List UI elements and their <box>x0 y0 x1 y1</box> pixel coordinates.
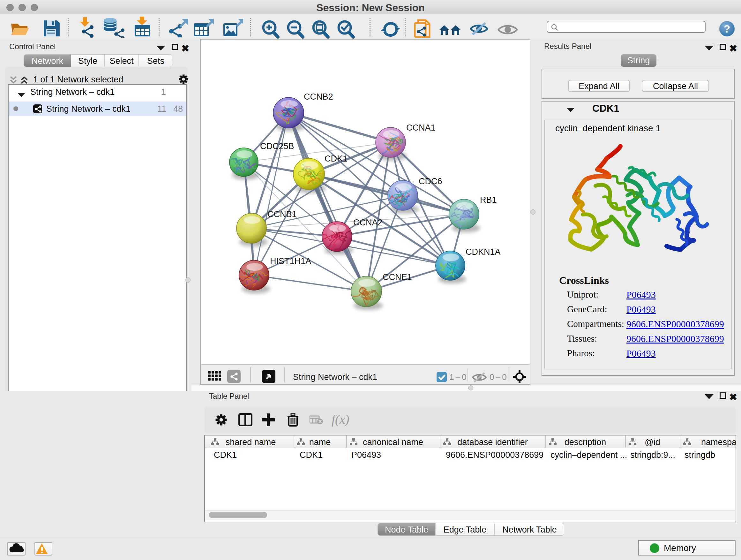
svg-text:CCNA1: CCNA1 <box>406 123 435 132</box>
svg-text:CCNB1: CCNB1 <box>267 209 297 219</box>
svg-text:CDKN1A: CDKN1A <box>466 247 501 257</box>
svg-text:CDC6: CDC6 <box>419 177 442 186</box>
svg-text:RB1: RB1 <box>480 195 497 205</box>
svg-text:HIST1H1A: HIST1H1A <box>270 256 311 266</box>
svg-text:CDK1: CDK1 <box>325 154 347 164</box>
svg-text:CCNE1: CCNE1 <box>383 272 412 282</box>
svg-text:CCNB2: CCNB2 <box>304 92 333 102</box>
svg-text:CCNA2: CCNA2 <box>353 218 383 227</box>
svg-text:CDC25B: CDC25B <box>260 141 294 151</box>
